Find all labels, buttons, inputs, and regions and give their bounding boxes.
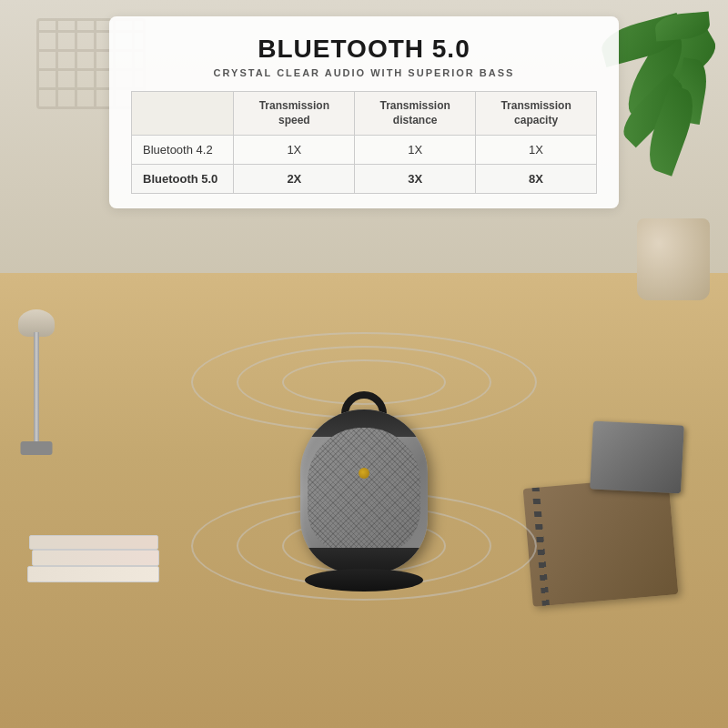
bt50-speed: 2X bbox=[234, 165, 355, 194]
page-subtitle: CRYSTAL CLEAR AUDIO WITH SUPERIOR BASS bbox=[131, 67, 597, 78]
table-row-bt42: Bluetooth 4.2 1X 1X 1X bbox=[132, 136, 597, 165]
plant-pot bbox=[637, 218, 710, 300]
bt50-capacity: 8X bbox=[476, 165, 597, 194]
tablet-item bbox=[590, 420, 684, 493]
bt42-label: Bluetooth 4.2 bbox=[132, 136, 234, 165]
col-header-distance: Transmissiondistance bbox=[355, 92, 476, 136]
table-row-bt50: Bluetooth 5.0 2X 3X 8X bbox=[132, 165, 597, 194]
notebook bbox=[523, 476, 679, 606]
header-card: BLUETOOTH 5.0 CRYSTAL CLEAR AUDIO WITH S… bbox=[109, 16, 619, 208]
bluetooth-speaker bbox=[291, 410, 437, 592]
page-title: BLUETOOTH 5.0 bbox=[131, 35, 597, 64]
col-header-empty bbox=[132, 92, 234, 136]
book-stack bbox=[27, 510, 173, 582]
comparison-table: Transmissionspeed Transmissiondistance T… bbox=[131, 91, 597, 194]
speaker-dot bbox=[359, 468, 369, 479]
speaker-body bbox=[300, 410, 428, 573]
background-lamp bbox=[18, 291, 55, 455]
main-container: BLUETOOTH 5.0 CRYSTAL CLEAR AUDIO WITH S… bbox=[0, 0, 728, 728]
col-header-capacity: Transmissioncapacity bbox=[476, 92, 597, 136]
bt50-distance: 3X bbox=[355, 165, 476, 194]
speaker-base bbox=[305, 569, 423, 592]
bt42-speed: 1X bbox=[234, 136, 355, 165]
bt42-capacity: 1X bbox=[476, 136, 597, 165]
col-header-speed: Transmissionspeed bbox=[234, 92, 355, 136]
bt50-label: Bluetooth 5.0 bbox=[132, 165, 234, 194]
bt42-distance: 1X bbox=[355, 136, 476, 165]
speaker-fabric bbox=[308, 428, 420, 555]
